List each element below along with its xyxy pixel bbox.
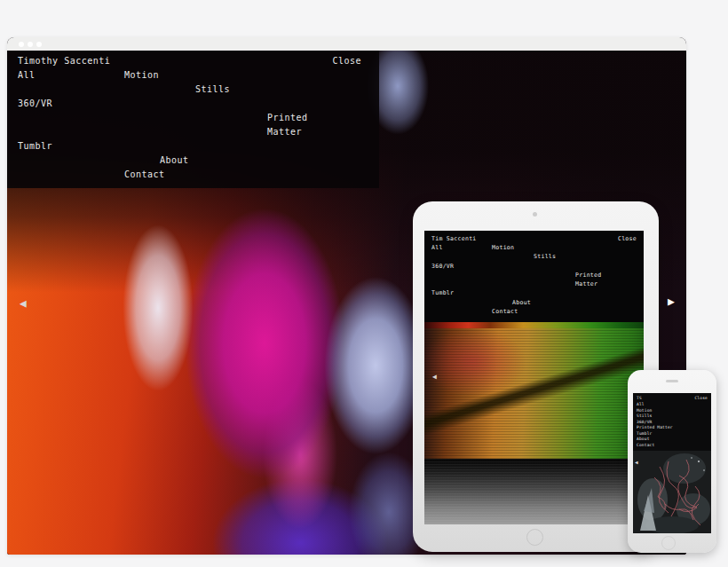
menu-item-stills[interactable]: Stills [637,414,652,419]
menu-item-contact[interactable]: Contact [492,309,518,315]
menu-item-360vr[interactable]: 360/VR [18,99,52,108]
menu-item-about[interactable]: About [512,300,531,306]
prev-slide-icon[interactable]: ◀ [432,374,437,381]
phone-screen: TS Close All Motion Stills 360/VR Printe… [633,393,711,533]
menu-item-contact[interactable]: Contact [637,444,654,448]
next-slide-icon[interactable]: ▶ [668,295,675,307]
phone-menu-overlay: TS Close All Motion Stills 360/VR Printe… [633,393,711,451]
menu-item-motion[interactable]: Motion [637,409,652,413]
camera-icon [533,212,537,217]
menu-item-printed-matter[interactable]: Printed [575,272,602,279]
menu-item-printed-matter-line2[interactable]: Matter [575,281,597,287]
tablet-device: Tim Saccenti Close All Motion Stills 360… [413,201,659,552]
menu-close-button[interactable]: Close [694,397,708,401]
menu-close-button[interactable]: Close [332,57,361,66]
site-title-link[interactable]: TS [637,397,642,401]
menu-item-tumblr[interactable]: Tumblr [431,290,454,296]
tablet-screen: Tim Saccenti Close All Motion Stills 360… [424,231,644,524]
tablet-artwork-gray-band [424,459,644,524]
site-title-link[interactable]: Timothy Saccenti [18,57,110,66]
glitch-rainbow-strip [424,322,644,328]
phone-artwork: ◀ [633,451,711,533]
prev-slide-icon[interactable]: ◀ [635,460,638,465]
menu-item-stills[interactable]: Stills [534,254,556,260]
phone-device: TS Close All Motion Stills 360/VR Printe… [628,370,716,553]
speaker-icon [666,380,678,382]
menu-item-all[interactable]: All [18,71,36,80]
menu-item-printed-matter[interactable]: Printed [267,114,308,122]
window-control-icon[interactable] [28,42,33,47]
home-button-icon [661,536,676,550]
browser-title-bar [7,37,686,51]
tablet-menu-overlay: Tim Saccenti Close All Motion Stills 360… [424,231,644,322]
menu-item-tumblr[interactable]: Tumblr [637,432,652,437]
window-control-icon[interactable] [19,42,24,47]
window-control-icon[interactable] [36,42,42,47]
menu-item-tumblr[interactable]: Tumblr [18,142,52,151]
prev-slide-icon[interactable]: ◀ [20,297,27,309]
menu-item-printed-matter[interactable]: Printed Matter [637,426,673,430]
menu-item-stills[interactable]: Stills [195,85,230,94]
home-button-icon [526,529,543,546]
menu-item-motion[interactable]: Motion [124,71,159,80]
menu-item-motion[interactable]: Motion [492,245,514,251]
menu-item-360vr[interactable]: 360/VR [431,264,454,270]
desktop-menu-overlay: Timothy Saccenti Close All Motion Stills… [7,51,379,188]
menu-close-button[interactable]: Close [618,236,637,242]
menu-item-contact[interactable]: Contact [124,170,165,179]
menu-item-about[interactable]: About [637,437,650,442]
tablet-glitch-artwork: ◀ [424,322,644,459]
menu-item-360vr[interactable]: 360/VR [637,421,652,425]
site-title-link[interactable]: Tim Saccenti [431,236,477,242]
phone-artwork-image [633,451,711,533]
menu-item-about[interactable]: About [160,156,189,165]
menu-item-printed-matter-line2[interactable]: Matter [267,128,302,137]
menu-item-all[interactable]: All [431,245,443,251]
menu-item-all[interactable]: All [637,403,645,407]
